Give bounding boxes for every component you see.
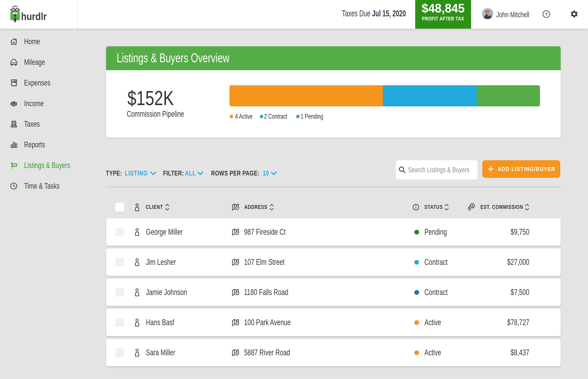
svg-text:SALE: SALE (12, 164, 16, 166)
svg-text:★: ★ (15, 125, 16, 126)
svg-text:?: ? (545, 12, 548, 16)
svg-text:hurdlr: hurdlr (21, 11, 47, 22)
svg-text:$: $ (471, 204, 473, 208)
svg-text:$: $ (15, 81, 16, 83)
